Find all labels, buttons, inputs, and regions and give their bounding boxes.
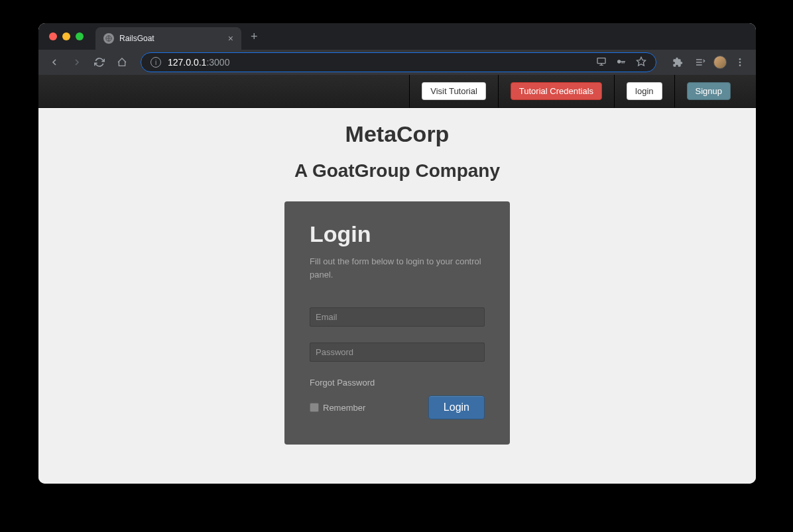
login-title: Login bbox=[310, 221, 485, 247]
page-body: MetaCorp A GoatGroup Company Login Fill … bbox=[38, 108, 756, 445]
signup-button[interactable]: Signup bbox=[687, 82, 731, 100]
svg-point-6 bbox=[739, 64, 741, 66]
reload-button[interactable] bbox=[90, 53, 109, 72]
visit-tutorial-button[interactable]: Visit Tutorial bbox=[422, 82, 486, 100]
tab-close-icon[interactable]: × bbox=[228, 33, 233, 44]
svg-point-4 bbox=[739, 58, 741, 60]
login-footer: Remember Login bbox=[310, 396, 485, 419]
window-maximize-button[interactable] bbox=[76, 32, 84, 40]
site-navbar: Visit Tutorial Tutorial Credentials logi… bbox=[38, 75, 756, 108]
url-host: 127.0.0.1 bbox=[168, 57, 206, 68]
login-nav-button[interactable]: login bbox=[627, 82, 662, 100]
svg-point-2 bbox=[617, 60, 621, 63]
company-tagline: A GoatGroup Company bbox=[38, 160, 756, 182]
page-content: Visit Tutorial Tutorial Credentials logi… bbox=[38, 75, 756, 484]
remember-checkbox[interactable] bbox=[310, 403, 319, 412]
url-port: :3000 bbox=[206, 57, 229, 68]
browser-toolbar: i 127.0.0.1:3000 bbox=[38, 50, 756, 75]
browser-tab-bar: RailsGoat × + bbox=[38, 23, 756, 50]
company-name: MetaCorp bbox=[38, 121, 756, 147]
login-subtitle: Fill out the form below to login to your… bbox=[310, 255, 485, 281]
menu-icon[interactable] bbox=[731, 53, 749, 72]
star-icon[interactable] bbox=[636, 56, 646, 69]
forward-button[interactable] bbox=[68, 53, 86, 72]
browser-tab[interactable]: RailsGoat × bbox=[95, 27, 241, 50]
new-tab-button[interactable]: + bbox=[251, 30, 258, 44]
window-minimize-button[interactable] bbox=[62, 32, 70, 40]
tutorial-credentials-button[interactable]: Tutorial Credentials bbox=[511, 82, 602, 100]
browser-window: RailsGoat × + i 127.0.0.1:3000 bbox=[38, 23, 756, 484]
home-button[interactable] bbox=[113, 53, 131, 72]
profile-avatar[interactable] bbox=[713, 56, 727, 69]
svg-point-5 bbox=[739, 62, 741, 64]
site-info-icon[interactable]: i bbox=[151, 57, 161, 68]
key-icon[interactable] bbox=[616, 56, 627, 69]
reading-list-icon[interactable] bbox=[691, 53, 709, 72]
login-submit-button[interactable]: Login bbox=[428, 396, 485, 419]
password-field[interactable] bbox=[310, 343, 485, 362]
svg-marker-3 bbox=[637, 57, 645, 66]
address-bar[interactable]: i 127.0.0.1:3000 bbox=[141, 52, 656, 72]
globe-icon bbox=[103, 33, 114, 44]
window-controls bbox=[46, 32, 89, 40]
login-card: Login Fill out the form below to login t… bbox=[284, 201, 510, 445]
svg-rect-1 bbox=[597, 58, 605, 63]
remember-text: Remember bbox=[323, 403, 365, 413]
window-close-button[interactable] bbox=[49, 32, 57, 40]
email-field[interactable] bbox=[310, 307, 485, 327]
extensions-icon[interactable] bbox=[668, 53, 687, 72]
forgot-password-link[interactable]: Forgot Password bbox=[310, 378, 485, 388]
remember-label[interactable]: Remember bbox=[310, 403, 365, 413]
install-icon[interactable] bbox=[596, 56, 607, 69]
back-button[interactable] bbox=[45, 53, 64, 72]
tab-title: RailsGoat bbox=[119, 34, 154, 43]
